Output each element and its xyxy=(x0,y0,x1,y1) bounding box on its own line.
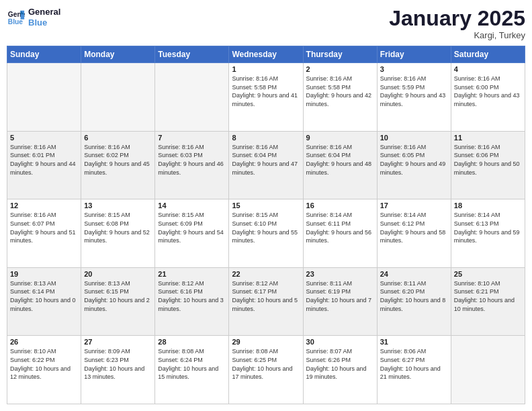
day-number: 23 xyxy=(306,270,374,278)
calendar-cell: 16Sunrise: 8:14 AM Sunset: 6:11 PM Dayli… xyxy=(303,199,377,268)
calendar-week-2: 5Sunrise: 8:16 AM Sunset: 6:01 PM Daylig… xyxy=(7,131,525,199)
day-number: 2 xyxy=(306,65,374,73)
day-number: 3 xyxy=(380,65,448,73)
calendar-cell: 13Sunrise: 8:15 AM Sunset: 6:08 PM Dayli… xyxy=(81,199,155,268)
calendar-week-4: 19Sunrise: 8:13 AM Sunset: 6:14 PM Dayli… xyxy=(7,267,525,336)
calendar-cell: 4Sunrise: 8:16 AM Sunset: 6:00 PM Daylig… xyxy=(451,63,525,132)
calendar-cell: 11Sunrise: 8:16 AM Sunset: 6:06 PM Dayli… xyxy=(451,131,525,199)
calendar-cell: 23Sunrise: 8:11 AM Sunset: 6:19 PM Dayli… xyxy=(303,267,377,336)
calendar-header-friday: Friday xyxy=(377,46,451,63)
day-number: 13 xyxy=(84,201,152,210)
calendar-cell xyxy=(7,63,81,132)
cell-content: Sunrise: 8:11 AM Sunset: 6:20 PM Dayligh… xyxy=(380,279,448,313)
calendar-cell: 12Sunrise: 8:16 AM Sunset: 6:07 PM Dayli… xyxy=(7,199,81,268)
logo-text-line1: General xyxy=(28,7,60,17)
day-number: 18 xyxy=(454,201,522,210)
calendar-cell: 30Sunrise: 8:07 AM Sunset: 6:26 PM Dayli… xyxy=(303,336,377,404)
cell-content: Sunrise: 8:14 AM Sunset: 6:12 PM Dayligh… xyxy=(380,211,448,244)
calendar-week-5: 26Sunrise: 8:10 AM Sunset: 6:22 PM Dayli… xyxy=(7,336,525,404)
calendar-cell: 31Sunrise: 8:06 AM Sunset: 6:27 PM Dayli… xyxy=(377,336,451,404)
cell-content: Sunrise: 8:13 AM Sunset: 6:14 PM Dayligh… xyxy=(10,279,78,313)
calendar-cell: 22Sunrise: 8:12 AM Sunset: 6:17 PM Dayli… xyxy=(229,267,303,336)
cell-content: Sunrise: 8:14 AM Sunset: 6:13 PM Dayligh… xyxy=(454,211,522,244)
day-number: 5 xyxy=(10,134,78,142)
cell-content: Sunrise: 8:12 AM Sunset: 6:16 PM Dayligh… xyxy=(158,279,226,313)
calendar-cell: 19Sunrise: 8:13 AM Sunset: 6:14 PM Dayli… xyxy=(7,267,81,336)
day-number: 17 xyxy=(380,201,448,210)
day-number: 14 xyxy=(158,201,226,210)
day-number: 11 xyxy=(454,134,522,142)
calendar-cell: 18Sunrise: 8:14 AM Sunset: 6:13 PM Dayli… xyxy=(451,199,525,268)
calendar-cell: 6Sunrise: 8:16 AM Sunset: 6:02 PM Daylig… xyxy=(81,131,155,199)
cell-content: Sunrise: 8:09 AM Sunset: 6:23 PM Dayligh… xyxy=(84,347,152,381)
cell-content: Sunrise: 8:10 AM Sunset: 6:22 PM Dayligh… xyxy=(10,347,78,381)
day-number: 27 xyxy=(84,338,152,346)
cell-content: Sunrise: 8:08 AM Sunset: 6:24 PM Dayligh… xyxy=(158,347,226,381)
calendar-cell xyxy=(81,63,155,132)
calendar-cell: 5Sunrise: 8:16 AM Sunset: 6:01 PM Daylig… xyxy=(7,131,81,199)
calendar-cell: 2Sunrise: 8:16 AM Sunset: 5:58 PM Daylig… xyxy=(303,63,377,132)
day-number: 6 xyxy=(84,134,152,142)
day-number: 29 xyxy=(232,338,300,346)
day-number: 16 xyxy=(306,201,374,210)
calendar-cell: 15Sunrise: 8:15 AM Sunset: 6:10 PM Dayli… xyxy=(229,199,303,268)
location: Kargi, Turkey xyxy=(389,30,525,40)
day-number: 30 xyxy=(306,338,374,346)
day-number: 7 xyxy=(158,134,226,142)
cell-content: Sunrise: 8:15 AM Sunset: 6:08 PM Dayligh… xyxy=(84,211,152,244)
day-number: 24 xyxy=(380,270,448,278)
cell-content: Sunrise: 8:11 AM Sunset: 6:19 PM Dayligh… xyxy=(306,279,374,313)
calendar-cell: 3Sunrise: 8:16 AM Sunset: 5:59 PM Daylig… xyxy=(377,63,451,132)
calendar-week-3: 12Sunrise: 8:16 AM Sunset: 6:07 PM Dayli… xyxy=(7,199,525,268)
day-number: 21 xyxy=(158,270,226,278)
calendar-cell: 8Sunrise: 8:16 AM Sunset: 6:04 PM Daylig… xyxy=(229,131,303,199)
calendar-header-wednesday: Wednesday xyxy=(229,46,303,63)
day-number: 31 xyxy=(380,338,448,346)
calendar-cell: 20Sunrise: 8:13 AM Sunset: 6:15 PM Dayli… xyxy=(81,267,155,336)
calendar-cell: 25Sunrise: 8:10 AM Sunset: 6:21 PM Dayli… xyxy=(451,267,525,336)
cell-content: Sunrise: 8:16 AM Sunset: 6:05 PM Dayligh… xyxy=(380,143,448,177)
calendar-cell: 14Sunrise: 8:15 AM Sunset: 6:09 PM Dayli… xyxy=(155,199,229,268)
calendar-header-tuesday: Tuesday xyxy=(155,46,229,63)
day-number: 22 xyxy=(232,270,300,278)
cell-content: Sunrise: 8:08 AM Sunset: 6:25 PM Dayligh… xyxy=(232,347,300,381)
calendar-cell: 28Sunrise: 8:08 AM Sunset: 6:24 PM Dayli… xyxy=(155,336,229,404)
day-number: 15 xyxy=(232,201,300,210)
cell-content: Sunrise: 8:13 AM Sunset: 6:15 PM Dayligh… xyxy=(84,279,152,313)
calendar-cell: 9Sunrise: 8:16 AM Sunset: 6:04 PM Daylig… xyxy=(303,131,377,199)
day-number: 19 xyxy=(10,270,78,278)
cell-content: Sunrise: 8:12 AM Sunset: 6:17 PM Dayligh… xyxy=(232,279,300,313)
calendar-header-saturday: Saturday xyxy=(451,46,525,63)
calendar-cell: 24Sunrise: 8:11 AM Sunset: 6:20 PM Dayli… xyxy=(377,267,451,336)
cell-content: Sunrise: 8:15 AM Sunset: 6:10 PM Dayligh… xyxy=(232,211,300,244)
day-number: 26 xyxy=(10,338,78,346)
cell-content: Sunrise: 8:16 AM Sunset: 6:01 PM Dayligh… xyxy=(10,143,78,177)
calendar-cell xyxy=(155,63,229,132)
day-number: 9 xyxy=(306,134,374,142)
calendar-cell: 1Sunrise: 8:16 AM Sunset: 5:58 PM Daylig… xyxy=(229,63,303,132)
month-title: January 2025 xyxy=(389,7,525,30)
cell-content: Sunrise: 8:16 AM Sunset: 6:03 PM Dayligh… xyxy=(158,143,226,177)
page: General Blue General Blue January 2025 K… xyxy=(0,0,532,411)
cell-content: Sunrise: 8:07 AM Sunset: 6:26 PM Dayligh… xyxy=(306,347,374,381)
day-number: 8 xyxy=(232,134,300,142)
calendar-table: SundayMondayTuesdayWednesdayThursdayFrid… xyxy=(7,46,525,404)
calendar-header-thursday: Thursday xyxy=(303,46,377,63)
cell-content: Sunrise: 8:16 AM Sunset: 5:59 PM Dayligh… xyxy=(380,75,448,108)
cell-content: Sunrise: 8:10 AM Sunset: 6:21 PM Dayligh… xyxy=(454,279,522,313)
logo: General Blue General Blue xyxy=(7,7,60,28)
cell-content: Sunrise: 8:16 AM Sunset: 5:58 PM Dayligh… xyxy=(232,75,300,108)
cell-content: Sunrise: 8:16 AM Sunset: 6:00 PM Dayligh… xyxy=(454,75,522,108)
cell-content: Sunrise: 8:16 AM Sunset: 6:07 PM Dayligh… xyxy=(10,211,78,244)
title-area: January 2025 Kargi, Turkey xyxy=(389,7,525,40)
logo-text-line2: Blue xyxy=(28,17,60,28)
cell-content: Sunrise: 8:16 AM Sunset: 6:04 PM Dayligh… xyxy=(232,143,300,177)
cell-content: Sunrise: 8:06 AM Sunset: 6:27 PM Dayligh… xyxy=(380,347,448,381)
cell-content: Sunrise: 8:16 AM Sunset: 6:06 PM Dayligh… xyxy=(454,143,522,177)
calendar-header-sunday: Sunday xyxy=(7,46,81,63)
cell-content: Sunrise: 8:15 AM Sunset: 6:09 PM Dayligh… xyxy=(158,211,226,244)
cell-content: Sunrise: 8:16 AM Sunset: 6:04 PM Dayligh… xyxy=(306,143,374,177)
day-number: 28 xyxy=(158,338,226,346)
logo-icon: General Blue xyxy=(7,8,26,27)
calendar-cell: 29Sunrise: 8:08 AM Sunset: 6:25 PM Dayli… xyxy=(229,336,303,404)
